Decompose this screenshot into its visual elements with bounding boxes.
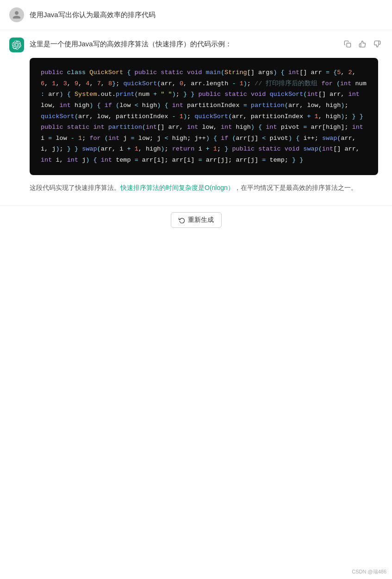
ai-response: 这里是一个使用Java写的高效排序算法（快速排序）的代码示例： — [0, 30, 392, 201]
user-message-text: 使用Java写出你认为最高效率的排序代码 — [30, 11, 156, 19]
attribution: CSDN @瑞486 — [352, 568, 386, 575]
copy-button[interactable] — [342, 39, 353, 49]
like-button[interactable] — [357, 39, 368, 49]
ai-logo — [9, 38, 24, 52]
footer-plain-end: ，在平均情况下是最高效的排序算法之一。 — [234, 184, 357, 191]
footer-plain-start: 这段代码实现了快速排序算法。 — [30, 184, 120, 191]
code-wrapper: public class QuickSort { public static v… — [30, 58, 378, 175]
regenerate-icon — [179, 217, 185, 223]
user-icon — [12, 10, 21, 19]
ai-intro-text: 这里是一个使用Java写的高效排序算法（快速排序）的代码示例： — [30, 38, 342, 49]
ai-header-row: 这里是一个使用Java写的高效排序算法（快速排序）的代码示例： — [9, 38, 383, 52]
thumbsup-icon — [359, 40, 366, 48]
svg-rect-0 — [347, 43, 351, 47]
bottom-bar: 重新生成 — [0, 205, 392, 234]
copy-icon — [344, 40, 351, 48]
user-message: 使用Java写出你认为最高效率的排序代码 — [0, 0, 392, 30]
ai-footer-text: 这段代码实现了快速排序算法。快速排序算法的时间复杂度是O(nlogn），在平均情… — [30, 183, 378, 194]
thumbsdown-icon — [373, 40, 381, 48]
regenerate-button[interactable]: 重新生成 — [171, 212, 222, 228]
footer-link[interactable]: 快速排序算法的时间复杂度是O(nlogn） — [120, 184, 234, 191]
action-buttons — [342, 38, 383, 49]
user-avatar — [9, 7, 24, 22]
openai-icon — [12, 40, 21, 50]
dislike-button[interactable] — [372, 39, 383, 49]
ai-top-content: 这里是一个使用Java写的高效排序算法（快速排序）的代码示例： — [30, 38, 383, 49]
code-block: public class QuickSort { public static v… — [30, 58, 378, 175]
regenerate-label: 重新生成 — [188, 216, 214, 224]
